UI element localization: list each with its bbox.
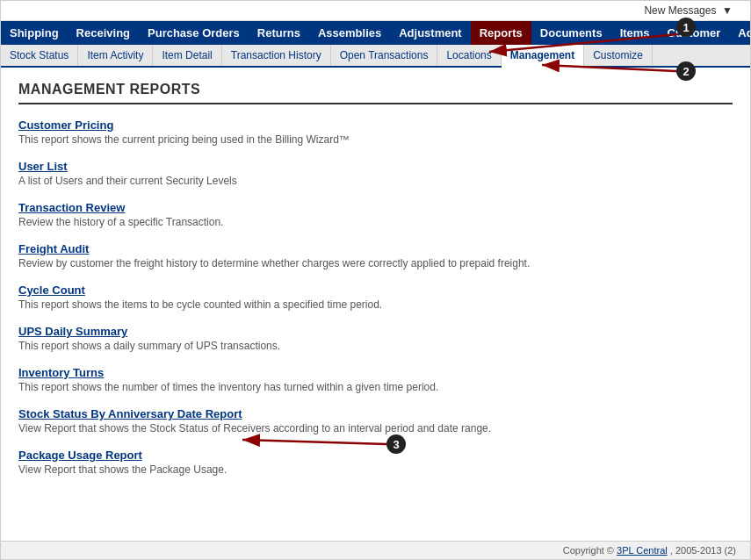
nav-reports[interactable]: Reports — [471, 21, 531, 45]
nav-items[interactable]: Items — [611, 21, 659, 45]
footer-brand-link[interactable]: 3PL Central — [617, 545, 668, 556]
report-ups-daily-summary-desc: This report shows a daily summary of UPS… — [18, 340, 733, 352]
report-customer-pricing-desc: This report shows the current pricing be… — [18, 133, 733, 146]
report-package-usage: Package Usage Report View Report that sh… — [18, 449, 733, 476]
report-stock-status-anniversary-desc: View Report that shows the Stock Status … — [18, 422, 733, 434]
report-user-list-desc: A list of Users and their current Securi… — [18, 175, 733, 187]
report-ups-daily-summary: UPS Daily Summary This report shows a da… — [18, 325, 733, 352]
page-title: Management Reports — [18, 82, 733, 104]
sub-nav: Stock Status Item Activity Item Detail T… — [1, 45, 750, 68]
report-freight-audit-link[interactable]: Freight Audit — [18, 242, 89, 255]
page-content: Management Reports Customer Pricing This… — [1, 68, 750, 504]
report-transaction-review: Transaction Review Review the history of… — [18, 201, 733, 228]
report-stock-status-anniversary-link[interactable]: Stock Status By Anniversary Date Report — [18, 407, 242, 420]
nav-admin[interactable]: Admin — [729, 21, 751, 45]
subnav-management[interactable]: Management — [502, 45, 584, 68]
subnav-item-activity[interactable]: Item Activity — [78, 45, 153, 66]
nav-adjustment[interactable]: Adjustment — [390, 21, 471, 45]
nav-purchase-orders[interactable]: Purchase Orders — [139, 21, 249, 45]
footer-copyright: Copyright © — [563, 545, 617, 556]
report-inventory-turns-desc: This report shows the number of times th… — [18, 381, 733, 393]
subnav-open-transactions[interactable]: Open Transactions — [331, 45, 438, 66]
nav-shipping[interactable]: Shipping — [1, 21, 68, 45]
nav-receiving[interactable]: Receiving — [68, 21, 139, 45]
report-package-usage-link[interactable]: Package Usage Report — [18, 449, 142, 462]
report-user-list: User List A list of Users and their curr… — [18, 160, 733, 187]
report-cycle-count-link[interactable]: Cycle Count — [18, 284, 85, 297]
nav-assemblies[interactable]: Assemblies — [309, 21, 390, 45]
nav-documents[interactable]: Documents — [531, 21, 611, 45]
report-freight-audit: Freight Audit Review by customer the fre… — [18, 242, 733, 269]
report-cycle-count-desc: This report shows the items to be cycle … — [18, 298, 733, 311]
subnav-customize[interactable]: Customize — [584, 45, 653, 66]
report-inventory-turns-link[interactable]: Inventory Turns — [18, 366, 104, 379]
report-stock-status-anniversary: Stock Status By Anniversary Date Report … — [18, 407, 733, 434]
nav-customer[interactable]: Customer — [659, 21, 730, 45]
top-bar: New Messages ▼ — [1, 1, 750, 21]
report-cycle-count: Cycle Count This report shows the items … — [18, 284, 733, 311]
report-freight-audit-desc: Review by customer the freight history t… — [18, 257, 733, 269]
report-customer-pricing: Customer Pricing This report shows the c… — [18, 118, 733, 146]
nav-returns[interactable]: Returns — [249, 21, 309, 45]
footer: Copyright © 3PL Central , 2005-2013 (2) — [1, 541, 750, 559]
main-nav: Shipping Receiving Purchase Orders Retur… — [1, 21, 750, 45]
report-transaction-review-link[interactable]: Transaction Review — [18, 201, 125, 214]
subnav-transaction-history[interactable]: Transaction History — [222, 45, 331, 66]
subnav-item-detail[interactable]: Item Detail — [153, 45, 221, 66]
footer-year: , 2005-2013 (2) — [670, 545, 736, 556]
subnav-locations[interactable]: Locations — [437, 45, 501, 66]
report-customer-pricing-link[interactable]: Customer Pricing — [18, 118, 113, 132]
report-ups-daily-summary-link[interactable]: UPS Daily Summary — [18, 325, 127, 338]
subnav-stock-status[interactable]: Stock Status — [1, 45, 78, 66]
new-messages-label: New Messages — [644, 4, 716, 17]
report-inventory-turns: Inventory Turns This report shows the nu… — [18, 366, 733, 393]
report-transaction-review-desc: Review the history of a specific Transac… — [18, 216, 733, 228]
report-user-list-link[interactable]: User List — [18, 160, 68, 173]
report-package-usage-desc: View Report that shows the Package Usage… — [18, 463, 733, 476]
